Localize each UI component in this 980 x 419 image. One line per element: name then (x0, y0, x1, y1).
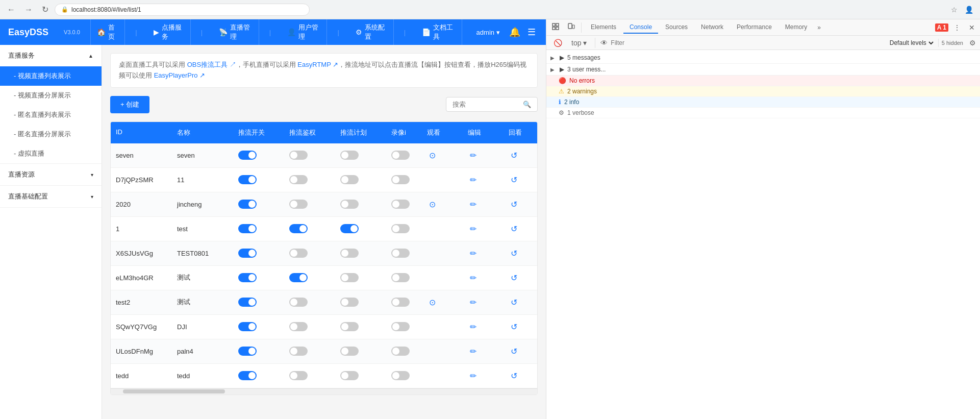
cell-replay[interactable]: ↺ (504, 241, 538, 265)
replay-button[interactable]: ↺ (509, 149, 519, 162)
cell-push-on[interactable] (233, 145, 284, 165)
scroll-track[interactable] (111, 388, 537, 395)
cell-plan[interactable] (335, 341, 386, 361)
cell-plan[interactable] (335, 292, 386, 312)
tab-elements[interactable]: Elements (585, 21, 622, 34)
cell-plan[interactable] (335, 268, 386, 287)
nav-system[interactable]: ⚙ 系统配置 (349, 19, 394, 45)
back-button[interactable]: ← (4, 4, 18, 15)
devtools-more-button[interactable]: ⋮ (950, 21, 964, 34)
sidebar-resource-header[interactable]: 直播资源 ▾ (0, 164, 102, 185)
cell-auth[interactable] (284, 268, 335, 287)
edit-button[interactable]: ✏ (468, 271, 479, 285)
level-select[interactable]: Default levels (888, 39, 935, 47)
cell-edit[interactable]: ✏ (463, 143, 504, 167)
sidebar-item-live-split[interactable]: - 视频直播分屏展示 (0, 86, 102, 105)
cell-rec[interactable] (386, 194, 422, 214)
console-clear-button[interactable]: 🚫 (550, 37, 565, 49)
cell-replay[interactable]: ↺ (504, 290, 538, 314)
cell-replay[interactable]: ↺ (504, 364, 538, 388)
cell-replay[interactable]: ↺ (504, 168, 538, 192)
cell-rec[interactable] (386, 366, 422, 385)
cell-watch[interactable]: ⊙ (422, 192, 463, 216)
address-bar[interactable]: 🔒 localhost:8080/#/live/list/1 (55, 4, 310, 16)
nav-vod[interactable]: ▶ 点播服务 (147, 19, 191, 45)
cell-rec[interactable] (386, 145, 422, 165)
cell-rec[interactable] (386, 170, 422, 189)
tab-console[interactable]: Console (623, 21, 658, 34)
console-top-selector[interactable]: top ▾ (568, 37, 590, 49)
cell-plan[interactable] (335, 219, 386, 238)
search-input[interactable] (453, 101, 519, 108)
tab-memory[interactable]: Memory (779, 21, 813, 34)
easyplayerpro-link[interactable]: EasyPlayerPro ↗ (154, 71, 206, 79)
nav-live[interactable]: 📡 直播管理 (213, 19, 259, 45)
sidebar-item-live-list[interactable]: - 视频直播列表展示 (0, 66, 102, 86)
cell-auth[interactable] (284, 341, 335, 361)
device-mode-button[interactable] (564, 20, 578, 34)
cell-auth[interactable] (284, 170, 335, 189)
reload-button[interactable]: ↻ (39, 4, 52, 15)
cell-rec[interactable] (386, 341, 422, 361)
settings-icon[interactable]: ⚙ (969, 39, 976, 47)
cell-auth[interactable] (284, 194, 335, 214)
nav-home[interactable]: 🏠 首页 (90, 19, 125, 45)
tab-performance[interactable]: Performance (731, 21, 778, 34)
edit-button[interactable]: ✏ (468, 173, 479, 187)
cell-push-on[interactable] (233, 341, 284, 361)
cell-replay[interactable]: ↺ (504, 217, 538, 241)
watch-button[interactable]: ⊙ (427, 149, 438, 162)
replay-button[interactable]: ↺ (509, 198, 519, 211)
more-tabs-button[interactable]: » (814, 22, 824, 33)
easyrtmp-link[interactable]: EasyRTMP ↗ (297, 61, 338, 68)
edit-button[interactable]: ✏ (468, 295, 479, 309)
menu-icon[interactable]: ☰ (525, 24, 538, 40)
cell-edit[interactable]: ✏ (463, 290, 504, 314)
cell-rec[interactable] (386, 317, 422, 336)
cell-push-on[interactable] (233, 268, 284, 287)
cell-replay[interactable]: ↺ (504, 192, 538, 216)
filter-input[interactable] (611, 39, 884, 46)
console-group-header[interactable]: ▶ ▶ 5 messages (546, 52, 980, 63)
forward-button[interactable]: → (21, 4, 36, 15)
devtools-close-button[interactable]: ✕ (966, 21, 978, 34)
replay-button[interactable]: ↺ (509, 222, 519, 236)
console-user-header[interactable]: ▶ ▶ 3 user mess... (546, 64, 980, 75)
sidebar-live-header[interactable]: 直播服务 ▲ (0, 45, 102, 66)
cell-push-on[interactable] (233, 292, 284, 312)
cell-watch[interactable]: ⊙ (422, 290, 463, 314)
create-button[interactable]: + 创建 (110, 96, 149, 113)
edit-button[interactable]: ✏ (468, 320, 479, 334)
edit-button[interactable]: ✏ (468, 369, 479, 383)
edit-button[interactable]: ✏ (468, 247, 479, 260)
cell-edit[interactable]: ✏ (463, 241, 504, 265)
sidebar-config-header[interactable]: 直播基础配置 ▾ (0, 186, 102, 207)
cell-replay[interactable]: ↺ (504, 339, 538, 363)
cell-plan[interactable] (335, 243, 386, 263)
cell-plan[interactable] (335, 366, 386, 385)
bell-icon[interactable]: 🔔 (509, 27, 520, 38)
sidebar-item-virtual[interactable]: - 虚拟直播 (0, 144, 102, 163)
tab-sources[interactable]: Sources (659, 21, 694, 34)
sidebar-item-anon-list[interactable]: - 匿名直播列表展示 (0, 105, 102, 125)
inspect-element-button[interactable] (548, 20, 563, 34)
cell-edit[interactable]: ✏ (463, 168, 504, 192)
cell-edit[interactable]: ✏ (463, 266, 504, 290)
cell-plan[interactable] (335, 170, 386, 189)
cell-push-on[interactable] (233, 194, 284, 214)
tab-network[interactable]: Network (695, 21, 730, 34)
cell-replay[interactable]: ↺ (504, 266, 538, 290)
scroll-thumb[interactable] (123, 389, 225, 393)
replay-button[interactable]: ↺ (509, 320, 519, 334)
cell-rec[interactable] (386, 292, 422, 312)
cell-replay[interactable]: ↺ (504, 315, 538, 339)
edit-button[interactable]: ✏ (468, 149, 479, 162)
cell-plan[interactable] (335, 317, 386, 336)
cell-push-on[interactable] (233, 219, 284, 238)
cell-push-on[interactable] (233, 170, 284, 189)
watch-button[interactable]: ⊙ (427, 198, 438, 211)
profile-button[interactable]: 👤 (962, 5, 976, 15)
cell-watch[interactable]: ⊙ (422, 143, 463, 167)
cell-rec[interactable] (386, 243, 422, 263)
edit-button[interactable]: ✏ (468, 222, 479, 236)
